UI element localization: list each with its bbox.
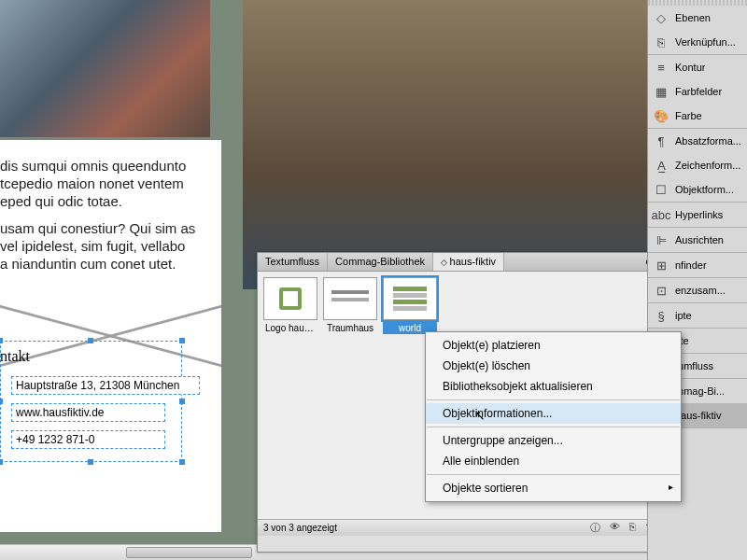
context-menu-item[interactable]: Objekte sortieren <box>426 478 681 498</box>
dock-panel-button[interactable]: §ipte <box>648 303 747 328</box>
context-menu-item[interactable]: Alle einblenden <box>426 451 681 471</box>
text-line: a nianduntin cum conet utet. <box>0 256 176 272</box>
tab-haus-fiktiv[interactable]: haus-fiktiv <box>433 253 504 271</box>
kontakt-heading: ntakt <box>0 348 30 365</box>
panel-icon: ⊫ <box>654 232 669 247</box>
panel-icon: abc <box>654 207 669 222</box>
panel-icon: ☐ <box>654 182 669 197</box>
context-menu-item[interactable]: Objekt(e) platzieren <box>426 335 681 356</box>
dock-panel-button[interactable]: ⊫Ausrichten <box>648 228 747 252</box>
dock-panel-button[interactable]: ▦Farbfelder <box>648 79 747 104</box>
context-menu: Objekt(e) platzierenObjekt(e) löschenBib… <box>425 331 682 502</box>
address-text-frame[interactable]: Hauptstraße 13, 21308 München <box>11 376 200 395</box>
tab-commag-bibliothek[interactable]: Commag-Bibliothek <box>328 253 433 271</box>
panel-label: mmag-Bi... <box>675 385 725 397</box>
dock-panel-button[interactable]: ⊞nfinder <box>648 253 747 277</box>
panel-icon: ≡ <box>654 60 669 75</box>
library-status-bar: 3 von 3 angezeigt ⓘ 👁 ⎘ 🗑 <box>258 519 661 536</box>
context-menu-item[interactable]: Objekt(e) löschen <box>426 356 681 376</box>
context-menu-item[interactable]: Untergruppe anzeigen... <box>426 430 681 451</box>
panel-label: Hyperlinks <box>675 209 723 220</box>
library-item-label: Logo hausfi... <box>263 322 317 334</box>
context-menu-item[interactable]: Bibliotheksobjekt aktualisieren <box>426 376 681 397</box>
panel-label: nfinder <box>675 259 707 271</box>
placed-image-rooftop[interactable] <box>0 0 210 137</box>
text-line: tcepedio maion nonet ventem <box>0 175 184 191</box>
library-item-logo[interactable]: Logo hausfi... <box>263 277 317 513</box>
text-line: eped qui odic totae. <box>0 193 122 209</box>
dock-panel-button[interactable]: ≡Kontur <box>648 55 747 79</box>
phone-text-frame[interactable]: +49 1232 871-0 <box>11 430 165 449</box>
panel-icon: ◇ <box>654 10 669 25</box>
panel-icon: ¶ <box>654 133 669 148</box>
panel-label: haus-fiktiv <box>675 410 722 421</box>
dock-panel-button[interactable]: 🎨Farbe <box>648 104 747 128</box>
panel-label: Objektform... <box>675 184 734 195</box>
panel-icon: ⎘ <box>654 35 669 49</box>
dock-panel-button[interactable]: abcHyperlinks <box>648 203 747 227</box>
text-line: dis sumqui omnis queendunto <box>0 158 186 174</box>
text-line: usam qui conestiur? Qui sim as <box>0 220 195 236</box>
info-icon[interactable]: ⓘ <box>590 521 600 535</box>
tab-textumfluss[interactable]: Textumfluss <box>258 253 328 271</box>
library-item-traumhaus[interactable]: Traumhaus <box>323 277 377 513</box>
website-text-frame[interactable]: www.hausfiktiv.de <box>11 403 165 422</box>
context-menu-item[interactable]: Objektinformationen... <box>426 403 681 424</box>
panel-label: Verknüpfun... <box>675 36 736 48</box>
placed-image-pool[interactable] <box>243 0 663 289</box>
panel-label: Absatzforma... <box>675 135 741 147</box>
library-status-text: 3 von 3 angezeigt <box>263 523 337 533</box>
panel-label: Ebenen <box>675 12 711 23</box>
panel-label: Ausrichten <box>675 234 724 245</box>
panel-icon: A̲ <box>654 158 669 173</box>
library-item-label: Traumhaus <box>323 322 377 334</box>
panel-label: enzusam... <box>675 285 726 296</box>
panel-icon: ⊡ <box>654 283 669 298</box>
dock-panel-button[interactable]: ☐Objektform... <box>648 177 747 202</box>
library-panel-tabs: Textumfluss Commag-Bibliothek haus-fikti… <box>258 253 661 272</box>
dock-panel-button[interactable]: ¶Absatzforma... <box>648 129 747 153</box>
scrollbar-thumb[interactable] <box>126 547 252 558</box>
dock-panel-button[interactable]: ⎘Verknüpfun... <box>648 30 747 54</box>
panel-icon: ▦ <box>654 84 669 99</box>
panel-icon: ⊞ <box>654 258 669 273</box>
panel-icon: 🎨 <box>654 108 669 123</box>
panel-label: ipte <box>675 310 692 321</box>
text-line: vel ipidelest, sim fugit, vellabo <box>0 238 185 254</box>
panel-icon: § <box>654 308 669 323</box>
dock-panel-button[interactable]: A̲Zeichenform... <box>648 153 747 177</box>
panel-label: Kontur <box>675 62 705 73</box>
dock-panel-button[interactable]: ◇Ebenen <box>648 6 747 30</box>
panel-label: Farbfelder <box>675 86 722 97</box>
body-text-frame[interactable]: dis sumqui omnis queendunto tcepedio mai… <box>0 157 215 282</box>
panel-label: Farbe <box>675 110 702 121</box>
panel-label: Zeichenform... <box>675 160 740 171</box>
new-item-icon[interactable]: ⎘ <box>629 521 636 535</box>
search-icon[interactable]: 👁 <box>610 521 620 535</box>
dock-panel-button[interactable]: ⊡enzusam... <box>648 278 747 302</box>
